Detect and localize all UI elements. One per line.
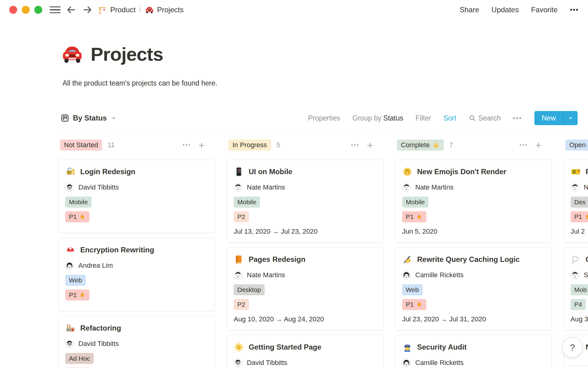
new-button[interactable]: New <box>534 111 578 125</box>
favorite-button[interactable]: Favorite <box>531 6 558 14</box>
column-header: Complete 7 ••• + <box>395 139 552 151</box>
car-icon[interactable] <box>61 42 84 66</box>
view-switcher[interactable]: By Status <box>61 114 117 122</box>
raised-hands-icon <box>432 141 440 149</box>
platform-tag: Mobile <box>402 197 428 208</box>
avatar <box>234 358 242 367</box>
priority-tag: P2 <box>234 299 249 310</box>
column-cards: Login Redesign David Tibbitts Mobile P1 … <box>58 159 215 368</box>
priority-tag: P1 <box>571 211 588 222</box>
upside-down-face-icon <box>402 167 413 177</box>
card-title: Login Redesign <box>80 167 135 176</box>
status-badge[interactable]: Open <box>565 140 588 151</box>
assignee-name: N <box>584 183 588 191</box>
breadcrumb-product[interactable]: Product <box>98 5 136 14</box>
column-not-started: Not Started 11 ••• + Login Redesign Davi… <box>58 139 215 368</box>
board-view-icon <box>61 114 69 122</box>
column-add-button[interactable]: + <box>198 140 205 150</box>
minimize-window-button[interactable] <box>22 6 30 14</box>
column-more-button[interactable]: ••• <box>351 142 360 148</box>
car-icon <box>145 5 154 14</box>
status-badge[interactable]: Not Started <box>60 140 102 151</box>
toolbar-more-icon[interactable]: ••• <box>513 115 522 122</box>
avatar <box>571 271 579 279</box>
status-badge[interactable]: Complete <box>397 140 444 151</box>
column-header: Open <box>564 139 588 151</box>
project-card[interactable]: C S Mob P4 Aug 3 <box>564 247 588 330</box>
project-card[interactable]: Rewrite Query Caching Logic Camille Rick… <box>395 247 552 330</box>
avatar <box>571 183 579 192</box>
more-options-icon[interactable]: ••• <box>570 6 579 14</box>
help-button[interactable]: ? <box>562 337 582 358</box>
project-card[interactable]: New Emojis Don't Render Nate Martins Mob… <box>395 159 552 243</box>
project-card[interactable]: UI on Mobile Nate Martins Mobile P2 Jul … <box>227 159 383 243</box>
close-window-button[interactable] <box>9 6 17 14</box>
sidebar-menu-icon[interactable] <box>50 6 61 14</box>
updates-button[interactable]: Updates <box>492 6 519 14</box>
zoom-window-button[interactable] <box>34 6 42 14</box>
assignee-name: S <box>584 271 588 279</box>
breadcrumb: Product / Projects <box>98 5 184 14</box>
platform-tag: Web <box>65 275 86 286</box>
new-dropdown-button[interactable] <box>564 111 578 125</box>
fire-icon <box>416 301 423 308</box>
breadcrumb-label: Product <box>110 6 136 14</box>
column-in-progress: In Progress 5 ••• + UI on Mobile Nate Ma… <box>227 139 383 368</box>
column-more-button[interactable]: ••• <box>519 142 528 148</box>
card-title: N <box>586 343 588 351</box>
column-add-button[interactable]: + <box>367 140 373 150</box>
project-card[interactable]: Security Audit Camille Ricketts <box>395 335 552 368</box>
ticket-icon <box>571 167 581 177</box>
project-card[interactable]: Getting Started Page David Tibbitts <box>227 335 383 368</box>
search-label: Search <box>478 114 501 122</box>
assignee: N <box>571 183 588 192</box>
assignee-name: Camille Ricketts <box>415 271 464 279</box>
group-by-value: Status <box>383 114 403 122</box>
project-card[interactable]: Login Redesign David Tibbitts Mobile P1 <box>58 159 215 233</box>
column-header: In Progress 5 ••• + <box>227 139 383 151</box>
fire-icon <box>79 213 86 220</box>
properties-button[interactable]: Properties <box>308 114 340 122</box>
priority-tag: P1 <box>402 299 426 310</box>
card-date-range: Aug 10, 2020 → Aug 24, 2020 <box>234 315 376 323</box>
assignee: Camille Ricketts <box>402 358 545 367</box>
column-more-button[interactable]: ••• <box>183 142 191 148</box>
search-button[interactable]: Search <box>469 114 501 122</box>
column-cards: UI on Mobile Nate Martins Mobile P2 Jul … <box>227 159 383 368</box>
card-title: New Emojis Don't Render <box>417 167 506 176</box>
chevron-down-icon <box>567 115 574 121</box>
group-by-label: Group by <box>352 114 382 122</box>
column-cards: P N Des P1 Jul 2 C S Mob <box>564 159 588 366</box>
column-complete: Complete 7 ••• + New Emojis Don't Render… <box>395 139 552 368</box>
priority-tag: P4 <box>571 299 586 310</box>
window-topbar: Product / Projects Share Updates Favorit… <box>0 0 588 20</box>
project-card[interactable]: Encryption Rewriting Andrea Lim Web P1 <box>58 238 215 311</box>
sort-button[interactable]: Sort <box>443 114 456 122</box>
avatar <box>234 271 242 279</box>
assignee-name: Camille Ricketts <box>415 359 464 367</box>
project-card[interactable]: P N Des P1 Jul 2 <box>564 159 588 243</box>
column-add-button[interactable]: + <box>535 140 541 150</box>
group-by-button[interactable]: Group by Status <box>352 114 403 122</box>
page-header: Projects <box>61 42 163 66</box>
sun-face-icon <box>234 342 244 352</box>
kanban-board: Not Started 11 ••• + Login Redesign Davi… <box>58 139 588 368</box>
status-badge[interactable]: In Progress <box>228 140 271 151</box>
page-description: All the product team's projects can be f… <box>62 79 217 87</box>
assignee: Camille Ricketts <box>402 271 545 279</box>
project-card[interactable]: Pages Redesign Nate Martins Desktop P2 A… <box>227 247 383 330</box>
column-cards: New Emojis Don't Render Nate Martins Mob… <box>395 159 552 368</box>
lock-with-key-icon <box>65 167 76 177</box>
avatar <box>402 358 411 367</box>
filter-button[interactable]: Filter <box>416 114 431 122</box>
column-count: 7 <box>449 141 453 149</box>
breadcrumb-projects[interactable]: Projects <box>145 5 184 14</box>
forward-button[interactable] <box>81 4 94 16</box>
assignee: Nate Martins <box>402 183 545 192</box>
project-card[interactable]: Refactoring David Tibbitts Ad Hoc P1 <box>58 316 215 368</box>
column-count: 5 <box>277 141 280 149</box>
card-title: Pages Redesign <box>249 255 305 264</box>
share-button[interactable]: Share <box>460 6 479 14</box>
priority-tag: P2 <box>234 211 249 222</box>
back-button[interactable] <box>65 4 77 16</box>
